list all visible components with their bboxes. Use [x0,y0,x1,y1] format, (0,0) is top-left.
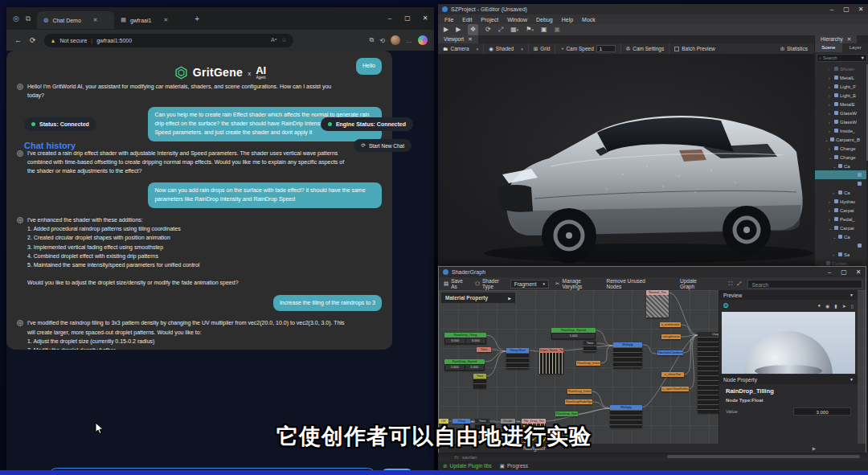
graph-node-normalscombine[interactable]: NormalsCombine [657,350,683,355]
graph-node-raindrop_speed[interactable]: RainDrop_Speed [555,412,578,416]
collapse-arrow-icon[interactable]: ▼ [850,377,854,382]
horizontal-scrollbar[interactable] [667,455,860,458]
expand-arrow-icon[interactable]: › [829,146,833,151]
url-field[interactable]: ▲ Not secure | gwfraai1:5000 Aᵃ ☆ [44,34,293,47]
tab-scene[interactable]: Scene [815,43,842,52]
expand-arrow-icon[interactable]: › [829,217,833,222]
tab-close-icon[interactable]: ✕ [163,17,168,23]
tab-close-icon[interactable]: ✕ [847,35,851,43]
update-plugin-status[interactable]: ⊘ Update Plugin libs [443,463,492,469]
expand-arrow-icon[interactable]: › [829,84,833,89]
expand-arrow-icon[interactable]: › [829,76,833,80]
hierarchy-item[interactable]: ⌄Ca [815,232,866,241]
maximize-button[interactable]: ▢ [399,7,416,30]
scale-tool-icon[interactable]: ⤢ [498,24,503,35]
menu-debug[interactable]: Debug [536,17,553,23]
close-button[interactable]: ✕ [416,7,434,30]
update-graph-button[interactable]: Update Graph [680,278,711,289]
minimize-button[interactable]: – [822,267,837,277]
save-as-button[interactable]: ▤ Save As [444,278,469,289]
expand-arrow-icon[interactable]: ⌄ [833,235,837,240]
chat-messages[interactable]: HelloHello! I'm GritWorld AI, your assis… [6,51,392,350]
menu-file[interactable]: File [444,17,453,23]
graph-node-uvlightness[interactable]: uvLightness [661,334,681,339]
refresh-icon[interactable]: ⟳ [30,36,36,44]
content-tab-label[interactable]: savilan [462,455,477,460]
expand-arrow-icon[interactable]: › [829,93,833,98]
collapse-arrow-icon[interactable]: ▼ [850,293,854,297]
graph-node-u_specviewreflect[interactable]: u_specViewReflect [661,387,689,391]
graph-node-time[interactable]: Time [583,341,596,352]
expand-arrow-icon[interactable]: › [833,252,837,257]
expand-arrow-icon[interactable]: › [829,208,833,213]
graph-node-raindrop_speed[interactable]: RainDrop_Speed1.0001.000 [444,359,485,371]
remove-unused-nodes-button[interactable]: Remove Unused Nodes [607,278,659,289]
menu-edit[interactable]: Edit [462,17,472,23]
node-property-header[interactable]: Node Property ▼ [719,375,858,384]
hierarchy-item[interactable]: ›Light_F [815,82,866,91]
start-new-chat-button[interactable]: ⟳ Start New Chat [354,139,411,152]
menu-window[interactable]: Window [507,17,527,23]
tab-gwfraai1[interactable]: ▤ gwfraai1 ✕ [114,11,188,29]
expand-arrow-icon[interactable]: › [829,120,833,125]
expand-arrow-icon[interactable]: ⌄ [833,164,837,169]
hierarchy-item[interactable]: ⌄Carpai [815,223,866,232]
graph-node-raindrop_intensity[interactable]: RainDrop_Intensity [567,389,592,394]
favorite-star-icon[interactable]: ☆ [281,37,286,43]
expand-arrow-icon[interactable]: ⌄ [825,137,829,142]
hierarchy-item[interactable]: ›Ca [815,188,866,197]
expand-arrow-icon[interactable]: ⌄ [829,226,833,231]
package-locked-icon[interactable]: ▣ [554,24,560,35]
play-icon[interactable]: ▶ [444,24,448,35]
fit-view-buttons[interactable]: ⛶ ⤢ [729,280,742,287]
fit-all-icon[interactable]: ⛶ [729,280,733,287]
maximize-button[interactable]: ▢ [837,267,851,277]
expand-arrow-icon[interactable]: › [829,129,833,133]
close-button[interactable]: ✕ [854,4,868,14]
hierarchy-item[interactable]: ›Shown [815,64,866,73]
expand-arrow-icon[interactable]: › [829,67,833,72]
read-aloud-icon[interactable]: Aᵃ [271,37,276,43]
viewport-3d[interactable] [438,54,814,266]
expand-arrow-icon[interactable]: › [829,111,833,116]
copilot-icon[interactable] [418,35,428,45]
fit-selection-icon[interactable]: ⤢ [737,280,741,287]
environment-orb-icon[interactable]: ❂ [723,302,729,309]
hierarchy-item[interactable]: ⌄Ca [815,162,866,170]
hierarchy-item[interactable]: ›MetalE [815,100,866,109]
batch-preview-checkbox[interactable]: Batch Preview [669,43,720,54]
snapshot-icon[interactable]: ▦▾ [510,24,518,35]
hierarchy-item[interactable]: ›Pedal_ [815,215,866,223]
rotate-tool-icon[interactable]: ⟳ [485,24,491,35]
history-icon[interactable]: ⟲ [379,37,385,44]
hierarchy-item[interactable]: ›GlassW [815,109,866,117]
expand-arrow-icon[interactable]: › [829,102,833,107]
graph-node-normal_tex[interactable]: Normal_Tex [646,290,669,317]
package-icon[interactable]: ▣ [541,24,547,35]
hierarchy-item[interactable]: ›GlassW [815,117,866,126]
filter-icon[interactable]: ▼ [861,55,865,60]
menu-mock[interactable]: Mock [582,17,596,23]
grid-toggle[interactable]: ⊞ Grid [529,43,556,54]
tab-hierarchy[interactable]: Hierarchy ✕ [815,35,857,43]
notifications-icon[interactable]: ⚑▾ [526,24,534,35]
expand-arrow-icon[interactable]: › [833,190,837,195]
node-search-input[interactable]: Search [747,280,862,289]
tab-actions-icon[interactable]: ⧉ [26,14,31,23]
shader-type-select[interactable]: Fragment ▾ [510,280,549,289]
tab-viewport[interactable]: Viewport ✕ [438,35,478,43]
close-button[interactable]: ✕ [851,267,866,277]
tab-layer[interactable]: Layer [842,43,868,52]
graph-node-raindrop_speed[interactable]: RainDrop_Speed1.000 [551,328,596,339]
hierarchy-item[interactable]: ›Charge [815,144,866,153]
hierarchy-item[interactable]: ›Hydrau [815,197,866,206]
preview-shaded-icon[interactable]: ◉ [825,303,829,309]
material-property-header[interactable]: Material Property ▶ [441,293,515,303]
camera-dropdown[interactable]: 🖿 Camera ▾ [438,43,484,54]
hierarchy-item[interactable]: ›MetalL [815,73,866,82]
more-menu-icon[interactable]: … [406,37,412,44]
expand-arrow-icon[interactable]: › [821,261,825,266]
menu-project[interactable]: Project [481,17,498,23]
cam-settings-button[interactable]: ✇ Cam Settings [621,43,669,54]
statistics-button[interactable]: ılı Statistics [780,46,814,51]
